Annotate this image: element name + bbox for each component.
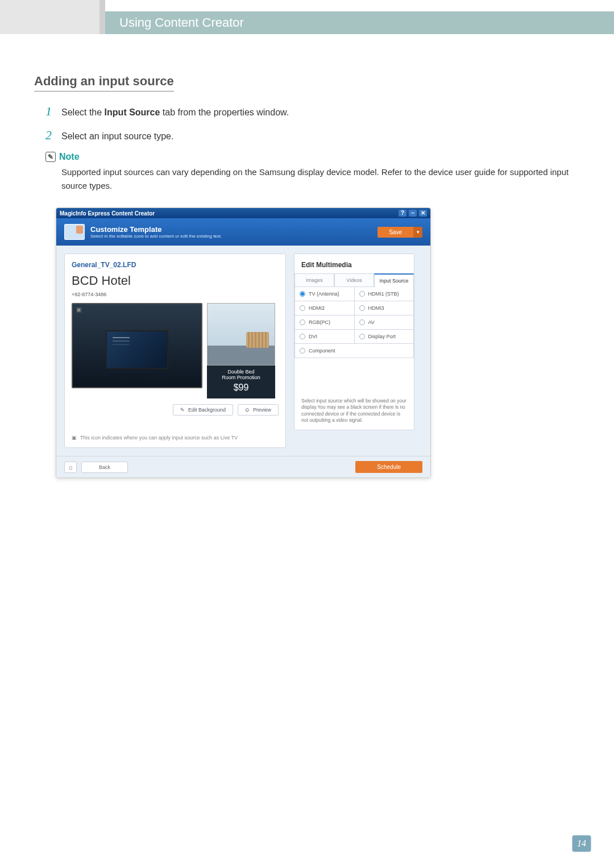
note-icon: ✎ [45, 152, 56, 162]
step-2: 2 Select an input source type. [45, 128, 580, 143]
promo-line1: Double Bed [207, 369, 275, 375]
edit-multimedia-pane: Edit Multimedia Images Videos Input Sour… [294, 254, 414, 430]
back-button[interactable]: Back [81, 462, 128, 473]
preview-label: Preview [253, 407, 271, 413]
app-bottom-bar: ⌂ Back Schedule [56, 456, 430, 477]
hotel-phone: +82-8774-3486 [72, 292, 279, 297]
save-dropdown-icon[interactable]: ▾ [413, 227, 422, 238]
source-label: TV (Antenna) [309, 291, 339, 297]
step-text: Select an input source type. [61, 131, 173, 142]
source-rgbpc[interactable]: RGB(PC) [295, 315, 355, 330]
step-text-bold: Input Source [105, 107, 160, 117]
customize-banner: Customize Template Select in the editabl… [56, 218, 430, 246]
page-left-margin [0, 0, 105, 34]
home-icon: ⌂ [69, 464, 73, 471]
source-label: Component [309, 348, 335, 354]
page-left-margin-inner [99, 0, 105, 34]
app-window: MagicInfo Express Content Creator ? – ✕ … [56, 207, 431, 478]
step-number: 1 [45, 104, 61, 119]
step-text: Select the Input Source tab from the pro… [61, 107, 289, 118]
source-label: HDMI2 [309, 305, 325, 311]
radio-icon [359, 291, 365, 297]
input-source-zone-icon: ▣ [76, 306, 81, 313]
edit-background-label: Edit Background [188, 407, 226, 413]
source-label: RGB(PC) [309, 319, 330, 325]
multimedia-tabs: Images Videos Input Source [294, 273, 414, 287]
radio-icon [300, 319, 305, 325]
note-heading: ✎ Note [45, 152, 580, 162]
source-av[interactable]: AV [355, 315, 414, 330]
promo-image [207, 303, 275, 366]
promo-column: Double Bed Room Promotion $99 [207, 303, 275, 398]
source-display-port[interactable]: Display Port [355, 330, 414, 344]
camera-icon: ▣ [72, 435, 77, 441]
source-label: HDMI3 [368, 305, 384, 311]
input-source-hint: ▣ This icon indicates where you can appl… [72, 435, 279, 441]
help-button[interactable]: ? [399, 210, 406, 217]
source-dvi[interactable]: DVI [295, 330, 355, 344]
step-text-pre: Select an input source type. [61, 131, 173, 141]
radio-icon [300, 334, 305, 339]
home-button[interactable]: ⌂ [64, 462, 77, 473]
source-label: HDMI1 (STB) [368, 291, 399, 297]
source-label: Display Port [368, 334, 396, 339]
radio-icon [300, 348, 305, 354]
app-body: General_TV_02.LFD BCD Hotel +82-8774-348… [56, 246, 430, 456]
note-block: ✎ Note Supported input sources can vary … [45, 152, 580, 193]
tab-videos[interactable]: Videos [334, 273, 374, 287]
source-label: DVI [309, 334, 317, 339]
save-button[interactable]: Save [377, 227, 413, 238]
tab-input-source[interactable]: Input Source [374, 273, 414, 287]
step-number: 2 [45, 128, 61, 143]
source-tv-antenna[interactable]: TV (Antenna) [295, 287, 355, 301]
minimize-button[interactable]: – [409, 210, 417, 217]
preview-button[interactable]: ⊙ Preview [238, 404, 279, 416]
source-hdmi2[interactable]: HDMI2 [295, 301, 355, 315]
promo-line2: Room Promotion [207, 375, 275, 380]
step-1: 1 Select the Input Source tab from the p… [45, 104, 580, 119]
schedule-button[interactable]: Schedule [355, 461, 422, 473]
chapter-title-bar: Using Content Creator [105, 11, 614, 34]
step-text-post: tab from the properties window. [160, 107, 289, 117]
section-title: Adding an input source [34, 74, 174, 92]
promo-text-block: Double Bed Room Promotion $99 [207, 366, 275, 398]
radio-icon [300, 305, 305, 311]
promo-price: $99 [207, 383, 275, 393]
input-source-list: TV (Antenna) HDMI1 (STB) HDMI2 HDMI3 RGB… [294, 287, 414, 358]
hint-text: This icon indicates where you can apply … [80, 435, 238, 441]
input-source-description: Select input source which will be showed… [294, 358, 414, 424]
step-list: 1 Select the Input Source tab from the p… [45, 104, 580, 143]
radio-selected-icon [300, 291, 305, 297]
preview-toolbar: ✎ Edit Background ⊙ Preview [72, 404, 279, 416]
template-preview: ▣ Double Bed Room Promotion $99 [72, 303, 279, 398]
source-hdmi3[interactable]: HDMI3 [355, 301, 414, 315]
radio-icon [359, 305, 365, 311]
edit-multimedia-title: Edit Multimedia [294, 254, 414, 273]
pencil-icon: ✎ [180, 407, 185, 413]
tv-screen-graphic [106, 330, 168, 369]
hotel-name: BCD Hotel [72, 273, 279, 288]
radio-icon [359, 319, 365, 325]
edit-background-button[interactable]: ✎ Edit Background [173, 404, 233, 416]
template-thumbnail [64, 224, 85, 240]
close-button[interactable]: ✕ [419, 210, 427, 217]
save-split-button[interactable]: Save ▾ [377, 227, 422, 238]
source-label: AV [368, 319, 375, 325]
app-title: MagicInfo Express Content Creator [60, 210, 155, 217]
source-component[interactable]: Component [295, 344, 414, 358]
source-hdmi1[interactable]: HDMI1 (STB) [355, 287, 414, 301]
app-titlebar: MagicInfo Express Content Creator ? – ✕ [56, 208, 430, 218]
tab-images[interactable]: Images [294, 273, 334, 287]
customize-subtitle: Select in the editable zone to add conte… [90, 234, 222, 239]
input-source-zone[interactable]: ▣ [72, 303, 202, 388]
page-content: Adding an input source 1 Select the Inpu… [34, 74, 580, 478]
note-label: Note [59, 152, 80, 162]
step-text-pre: Select the [61, 107, 105, 117]
play-icon: ⊙ [245, 407, 250, 413]
customize-title: Customize Template [90, 225, 222, 234]
file-name: General_TV_02.LFD [72, 261, 279, 269]
preview-pane: General_TV_02.LFD BCD Hotel +82-8774-348… [64, 254, 286, 448]
note-body: Supported input sources can vary dependi… [61, 165, 580, 193]
page-number: 14 [572, 835, 591, 852]
window-controls: ? – ✕ [399, 210, 427, 217]
